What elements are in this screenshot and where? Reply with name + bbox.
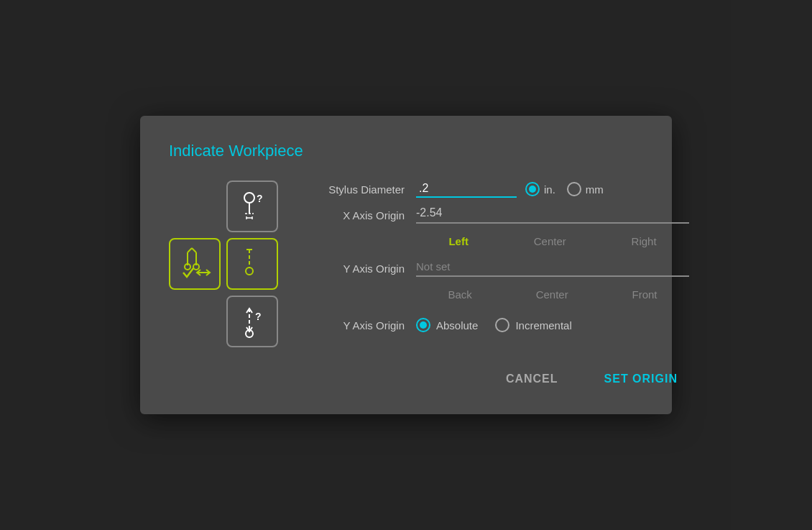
icon-box-diameter[interactable]: ? bbox=[226, 181, 278, 232]
svg-line-10 bbox=[192, 248, 196, 252]
svg-text:?: ? bbox=[257, 193, 263, 204]
svg-point-0 bbox=[244, 193, 254, 203]
cancel-button[interactable]: CANCEL bbox=[494, 367, 570, 391]
y-axis-origin-value: Not set bbox=[416, 260, 689, 277]
stylus-diameter-row: Stylus Diameter in. mm bbox=[301, 181, 689, 198]
svg-point-16 bbox=[246, 268, 253, 275]
z-axis-origin-row: Y Axis Origin Absolute Incremental bbox=[301, 318, 689, 332]
buttons-row: CANCEL SET ORIGIN bbox=[301, 358, 689, 391]
abs-radio[interactable] bbox=[416, 318, 430, 332]
unit-in-text: in. bbox=[544, 183, 555, 196]
icon-row-top: ? bbox=[169, 181, 278, 232]
unit-in-label[interactable]: in. bbox=[525, 182, 555, 196]
x-position-choices: Left Center Right bbox=[416, 232, 689, 250]
y-choice-center[interactable]: Center bbox=[527, 285, 577, 303]
y-position-choices: Back Center Front bbox=[416, 285, 689, 303]
form-column: Stylus Diameter in. mm bbox=[301, 181, 689, 391]
y-axis-origin-row: Y Axis Origin Not set bbox=[301, 260, 689, 277]
unit-in-radio[interactable] bbox=[525, 182, 540, 196]
x-axis-origin-value: -2.54 bbox=[416, 206, 689, 224]
stylus-diameter-label: Stylus Diameter bbox=[301, 183, 416, 196]
inc-radio[interactable] bbox=[495, 318, 509, 332]
x-choice-right[interactable]: Right bbox=[623, 232, 665, 250]
z-axis-origin-label: Y Axis Origin bbox=[301, 319, 416, 332]
inc-label[interactable]: Incremental bbox=[495, 318, 571, 332]
icon-column: ? bbox=[169, 181, 278, 347]
icon-row-middle bbox=[169, 238, 278, 290]
unit-mm-text: mm bbox=[586, 183, 604, 196]
set-origin-button[interactable]: SET ORIGIN bbox=[593, 367, 689, 391]
x-axis-origin-row: X Axis Origin -2.54 bbox=[301, 206, 689, 224]
y-choice-back[interactable]: Back bbox=[439, 285, 480, 303]
unit-mm-label[interactable]: mm bbox=[567, 182, 604, 196]
stylus-diameter-input[interactable] bbox=[416, 181, 517, 198]
unit-group: in. mm bbox=[525, 182, 604, 196]
abs-text: Absolute bbox=[436, 319, 478, 332]
dialog-title: Indicate Workpiece bbox=[169, 142, 643, 160]
y-choice-front[interactable]: Front bbox=[624, 285, 666, 303]
svg-text:?: ? bbox=[255, 311, 262, 322]
y-axis-origin-label: Y Axis Origin bbox=[301, 262, 416, 275]
icon-box-z[interactable]: ? bbox=[226, 296, 278, 347]
dialog-body: ? bbox=[169, 181, 643, 391]
abs-inc-group: Absolute Incremental bbox=[416, 318, 572, 332]
indicate-workpiece-dialog: Indicate Workpiece ? bbox=[140, 116, 672, 414]
inc-text: Incremental bbox=[515, 319, 571, 332]
icon-box-x-active[interactable] bbox=[169, 238, 221, 290]
x-position-choices-row: Left Center Right bbox=[301, 232, 689, 250]
x-choice-left[interactable]: Left bbox=[440, 232, 477, 250]
icon-row-bottom: ? bbox=[169, 296, 278, 347]
svg-line-9 bbox=[188, 248, 192, 252]
x-axis-origin-label: X Axis Origin bbox=[301, 209, 416, 221]
icon-box-y-active[interactable] bbox=[226, 238, 278, 290]
abs-label[interactable]: Absolute bbox=[416, 318, 478, 332]
y-position-choices-row: Back Center Front bbox=[301, 285, 689, 303]
x-choice-center[interactable]: Center bbox=[525, 232, 575, 250]
modal-overlay: Indicate Workpiece ? bbox=[0, 0, 812, 530]
unit-mm-radio[interactable] bbox=[567, 182, 581, 196]
